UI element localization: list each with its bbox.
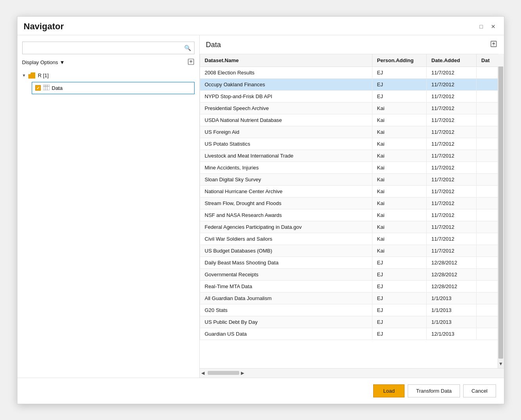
- table-row[interactable]: USDA National Nutrient DatabaseKai11/7/2…: [200, 114, 504, 126]
- title-bar: Navigator □ ✕: [17, 17, 504, 35]
- table-header-row: Dataset.Name Person.Adding Date.Added Da…: [200, 54, 504, 67]
- table-row[interactable]: NSF and NASA Research AwardsKai11/7/2012: [200, 209, 504, 221]
- minimize-button[interactable]: □: [477, 22, 486, 31]
- footer: Load Transform Data Cancel: [17, 378, 504, 404]
- table-row[interactable]: NYPD Stop-and-Frisk DB APIEJ11/7/2012: [200, 90, 504, 102]
- table-row[interactable]: G20 StatsEJ1/1/2013: [200, 304, 504, 316]
- cell-person: EJ: [372, 90, 426, 102]
- cell-date: 11/7/2012: [426, 150, 476, 162]
- table-row[interactable]: US Budget Databases (OMB)Kai11/7/2012: [200, 245, 504, 257]
- cell-name: Governmental Receipts: [200, 268, 372, 280]
- cell-name: Livestock and Meat International Trade: [200, 150, 372, 162]
- cell-date: 11/7/2012: [426, 114, 476, 126]
- tree-area: ▼ R [1] ✓: [22, 71, 195, 371]
- cell-date: 1/1/2013: [426, 316, 476, 328]
- vertical-scrollbar[interactable]: ▲ ▼: [498, 54, 504, 368]
- svg-rect-1: [43, 85, 50, 90]
- scroll-thumb[interactable]: [498, 63, 503, 359]
- cell-date: 11/7/2012: [426, 78, 476, 90]
- cell-person: Kai: [372, 162, 426, 173]
- scroll-left-arrow[interactable]: ◀: [201, 371, 204, 376]
- table-row[interactable]: Real-Time MTA DataEJ12/28/2012: [200, 280, 504, 292]
- table-row[interactable]: Presidential Speech ArchiveKai11/7/2012: [200, 102, 504, 114]
- collapse-icon: ▼: [22, 73, 26, 78]
- table-row[interactable]: Mine Accidents, InjuriesKai11/7/2012: [200, 162, 504, 173]
- cell-person: Kai: [372, 173, 426, 185]
- cell-name: Guardian US Data: [200, 328, 372, 340]
- cell-person: EJ: [372, 328, 426, 340]
- cell-name: Occupy Oakland Finances: [200, 78, 372, 90]
- cell-person: EJ: [372, 78, 426, 90]
- table-row[interactable]: 2008 Election ResultsEJ11/7/2012: [200, 67, 504, 78]
- cell-name: NSF and NASA Research Awards: [200, 209, 372, 221]
- cell-name: US Potato Statistics: [200, 138, 372, 150]
- tree-children: ✓ Data: [32, 82, 195, 94]
- cell-person: Kai: [372, 209, 426, 221]
- cell-date: 11/7/2012: [426, 245, 476, 257]
- cell-person: EJ: [372, 280, 426, 292]
- export-icon-left[interactable]: [187, 58, 195, 67]
- cell-name: All Guardian Data Journalism: [200, 292, 372, 304]
- cell-date: 11/7/2012: [426, 221, 476, 233]
- table-icon: [43, 85, 50, 91]
- data-table-scroll[interactable]: Dataset.Name Person.Adding Date.Added Da…: [200, 54, 504, 368]
- cell-name: NYPD Stop-and-Frisk DB API: [200, 90, 372, 102]
- tree-root[interactable]: ▼ R [1]: [22, 71, 195, 80]
- horiz-scroll-thumb[interactable]: [208, 371, 239, 375]
- table-row[interactable]: All Guardian Data JournalismEJ1/1/2013: [200, 292, 504, 304]
- table-row[interactable]: US Foreign AidKai11/7/2012: [200, 126, 504, 138]
- cell-person: Kai: [372, 197, 426, 209]
- table-row[interactable]: Daily Beast Mass Shooting DataEJ12/28/20…: [200, 257, 504, 268]
- scroll-down-arrow[interactable]: ▼: [498, 359, 503, 368]
- table-row[interactable]: Civil War Soldiers and SailorsKai11/7/20…: [200, 233, 504, 245]
- display-options-button[interactable]: Display Options ▼: [22, 59, 65, 65]
- table-body: 2008 Election ResultsEJ11/7/2012Occupy O…: [200, 67, 504, 340]
- table-row[interactable]: Occupy Oakland FinancesEJ11/7/2012: [200, 78, 504, 90]
- cell-person: Kai: [372, 150, 426, 162]
- col-header-date: Date.Added: [426, 54, 476, 67]
- cell-name: Federal Agencies Participating in Data.g…: [200, 221, 372, 233]
- window-controls: □ ✕: [477, 22, 498, 31]
- table-row[interactable]: Stream Flow, Drought and FloodsKai11/7/2…: [200, 197, 504, 209]
- cell-name: US Foreign Aid: [200, 126, 372, 138]
- cell-date: 11/7/2012: [426, 90, 476, 102]
- search-input[interactable]: [26, 45, 184, 51]
- checkmark-icon: ✓: [36, 86, 40, 90]
- cell-person: Kai: [372, 221, 426, 233]
- horizontal-scrollbar[interactable]: ◀ ▶: [200, 368, 504, 378]
- cell-person: Kai: [372, 102, 426, 114]
- table-row[interactable]: US Public Debt By DayEJ1/1/2013: [200, 316, 504, 328]
- data-table: Dataset.Name Person.Adding Date.Added Da…: [200, 54, 504, 340]
- tree-child-data[interactable]: ✓ Data: [32, 82, 195, 94]
- cell-name: G20 Stats: [200, 304, 372, 316]
- table-row[interactable]: Livestock and Meat International TradeKa…: [200, 150, 504, 162]
- cell-name: Daily Beast Mass Shooting Data: [200, 257, 372, 268]
- close-button[interactable]: ✕: [489, 22, 498, 31]
- cell-person: EJ: [372, 316, 426, 328]
- scroll-right-arrow[interactable]: ▶: [241, 371, 244, 376]
- table-row[interactable]: Guardian US DataEJ12/1/2013: [200, 328, 504, 340]
- cancel-button[interactable]: Cancel: [463, 384, 496, 397]
- navigator-dialog: Navigator □ ✕ 🔍 Display Options ▼: [17, 16, 504, 404]
- checkbox-data[interactable]: ✓: [35, 85, 41, 91]
- table-row[interactable]: National Hurricane Center ArchiveKai11/7…: [200, 185, 504, 197]
- cell-date: 11/7/2012: [426, 67, 476, 78]
- export-icon-right[interactable]: [490, 40, 498, 50]
- search-box[interactable]: 🔍: [22, 42, 195, 54]
- table-row[interactable]: Federal Agencies Participating in Data.g…: [200, 221, 504, 233]
- table-row[interactable]: Sloan Digital Sky SurveyKai11/7/2012: [200, 173, 504, 185]
- cell-name: National Hurricane Center Archive: [200, 185, 372, 197]
- load-button[interactable]: Load: [373, 384, 405, 397]
- table-row[interactable]: Governmental ReceiptsEJ12/28/2012: [200, 268, 504, 280]
- cell-date: 12/28/2012: [426, 280, 476, 292]
- table-row[interactable]: US Potato StatisticsKai11/7/2012: [200, 138, 504, 150]
- transform-data-button[interactable]: Transform Data: [408, 384, 460, 397]
- cell-date: 11/7/2012: [426, 197, 476, 209]
- cell-name: 2008 Election Results: [200, 67, 372, 78]
- folder-icon: [28, 72, 35, 79]
- cell-name: Real-Time MTA Data: [200, 280, 372, 292]
- data-table-wrapper: Dataset.Name Person.Adding Date.Added Da…: [200, 54, 504, 378]
- cell-date: 11/7/2012: [426, 233, 476, 245]
- cell-person: Kai: [372, 233, 426, 245]
- cell-date: 12/28/2012: [426, 257, 476, 268]
